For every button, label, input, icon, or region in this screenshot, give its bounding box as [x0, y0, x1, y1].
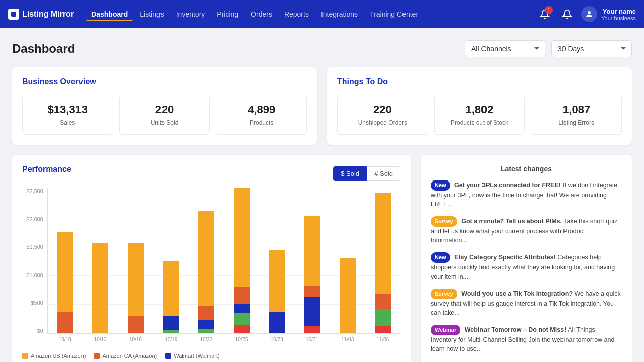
legend-dot-amazon-us	[22, 353, 28, 359]
x-label-2: 10/16	[118, 335, 153, 349]
bell-button[interactable]	[559, 6, 575, 22]
sold-units-toggle[interactable]: # Sold	[367, 166, 400, 181]
chart-y-labels: $0 $500 $1,000 $1,500 $2,000 $2,500	[22, 188, 47, 334]
bar-segment	[375, 309, 391, 326]
page-title: Dashboard	[12, 42, 75, 56]
user-avatar	[581, 6, 597, 22]
change-item-4: Webinar Webinar Tomorrow – Do not Miss! …	[431, 325, 622, 354]
bar-segment	[128, 316, 144, 333]
bar-segment	[163, 316, 179, 330]
nav-dashboard[interactable]: Dashboard	[86, 7, 133, 21]
bar-group-3	[154, 188, 188, 333]
unshipped-value: 220	[346, 103, 420, 116]
business-metrics: $13,313 Sales 220 Units Sold 4,899 Produ…	[22, 95, 307, 135]
listing-errors-metric: 1,087 Listing Errors	[531, 95, 622, 135]
bar-segment	[234, 188, 250, 287]
bar-segment	[234, 287, 250, 305]
out-of-stock-metric: 1,802 Products out of Stock	[434, 95, 525, 135]
bar-segment	[198, 320, 214, 329]
bar-group-4	[189, 188, 223, 333]
bar-segment	[234, 304, 250, 313]
things-to-do-title: Things To Do	[337, 77, 622, 86]
products-metric: 4,899 Products	[216, 95, 307, 135]
bar-segment	[163, 330, 179, 333]
change-tag-2: New	[431, 252, 450, 263]
chart-bars	[47, 188, 400, 334]
units-sold-label: Units Sold	[128, 119, 202, 126]
main-content: Dashboard All Channels Amazon US Amazon …	[0, 28, 644, 362]
unshipped-metric: 220 Unshipped Orders	[337, 95, 428, 135]
nav-right: 1 Your name Your business	[537, 6, 636, 22]
top-sections: Business Overview $13,313 Sales 220 Unit…	[12, 67, 632, 145]
brand-icon	[8, 9, 19, 20]
nav-listings[interactable]: Listings	[135, 7, 169, 21]
change-tag-4: Webinar	[431, 325, 460, 335]
performance-chart: $0 $500 $1,000 $1,500 $2,000 $2,500	[22, 188, 400, 349]
brand-name: Listing Mirror	[22, 10, 74, 19]
change-item-0: New Get your 3PLs connected for FREE! If…	[431, 180, 622, 209]
performance-card: Performance $ Sold # Sold $0 $500 $1,000…	[12, 155, 411, 362]
page-header: Dashboard All Channels Amazon US Amazon …	[12, 40, 632, 57]
user-menu[interactable]: Your name Your business	[581, 6, 636, 22]
navbar: Listing Mirror Dashboard Listings Invent…	[0, 0, 644, 28]
sales-metric: $13,313 Sales	[22, 95, 113, 135]
nav-training[interactable]: Training Center	[365, 7, 423, 21]
products-value: 4,899	[224, 103, 298, 116]
nav-integrations[interactable]: Integrations	[316, 7, 363, 21]
change-bold-2: Etsy Category Specific Attributes!	[454, 254, 556, 261]
svg-point-0	[588, 11, 591, 14]
change-bold-0: Get your 3PLs connected for FREE!	[454, 182, 561, 189]
bar-group-1	[83, 188, 117, 333]
legend-label-amazon-ca: Amazon CA (Amazon)	[102, 353, 157, 359]
bar-group-8	[331, 188, 365, 333]
unshipped-label: Unshipped Orders	[346, 119, 420, 126]
y-label-0: $0	[22, 328, 43, 334]
user-name: Your name	[601, 8, 636, 15]
legend-dot-amazon-ca	[94, 353, 100, 359]
bar-segment	[198, 306, 214, 320]
bar-segment	[163, 261, 179, 316]
channels-filter[interactable]: All Channels Amazon US Amazon CA Walmart	[465, 40, 545, 57]
out-of-stock-label: Products out of Stock	[443, 119, 517, 126]
legend-label-walmart: Walmart (Walmart)	[174, 353, 219, 359]
nav-links: Dashboard Listings Inventory Pricing Ord…	[86, 7, 537, 21]
bar-group-6	[260, 188, 294, 333]
notifications-badge: 1	[545, 6, 553, 14]
legend-label-amazon-us: Amazon US (Amazon)	[31, 353, 86, 359]
things-to-do-card: Things To Do 220 Unshipped Orders 1,802 …	[327, 67, 632, 145]
bar-segment	[57, 232, 73, 312]
nav-pricing[interactable]: Pricing	[212, 7, 244, 21]
performance-toggle: $ Sold # Sold	[333, 166, 400, 181]
bar-segment	[375, 326, 391, 333]
change-item-2: New Etsy Category Specific Attributes! C…	[431, 252, 622, 282]
filters: All Channels Amazon US Amazon CA Walmart…	[465, 40, 632, 57]
notifications-button[interactable]: 1	[537, 6, 553, 22]
bar-segment	[92, 243, 108, 333]
brand-logo[interactable]: Listing Mirror	[8, 9, 74, 20]
bar-segment	[128, 243, 144, 316]
bar-segment	[269, 250, 285, 311]
bar-segment	[234, 325, 250, 333]
y-label-1000: $1,000	[22, 272, 43, 278]
business-overview-card: Business Overview $13,313 Sales 220 Unit…	[12, 67, 317, 145]
days-filter[interactable]: 30 Days 7 Days 90 Days 12 Months	[551, 40, 632, 57]
nav-inventory[interactable]: Inventory	[171, 7, 210, 21]
right-panel: Latest changes New Get your 3PLs connect…	[421, 155, 632, 362]
y-label-500: $500	[22, 300, 43, 306]
nav-orders[interactable]: Orders	[246, 7, 277, 21]
x-label-0: 10/10	[47, 335, 83, 349]
x-label-8: 11/03	[330, 335, 365, 349]
x-label-1: 10/13	[83, 335, 118, 349]
sales-value: $13,313	[31, 103, 105, 116]
change-tag-3: Survey	[431, 289, 457, 299]
x-label-4: 10/22	[189, 335, 224, 349]
nav-reports[interactable]: Reports	[279, 7, 314, 21]
products-label: Products	[224, 119, 298, 126]
listing-errors-value: 1,087	[539, 103, 613, 116]
sold-dollars-toggle[interactable]: $ Sold	[333, 166, 367, 181]
legend-amazon-ca: Amazon CA (Amazon)	[94, 353, 157, 359]
x-label-3: 10/19	[153, 335, 189, 349]
bar-group-9	[366, 188, 400, 333]
user-info: Your name Your business	[601, 8, 636, 21]
chart-legend: Amazon US (Amazon) Amazon CA (Amazon) Wa…	[22, 353, 400, 359]
